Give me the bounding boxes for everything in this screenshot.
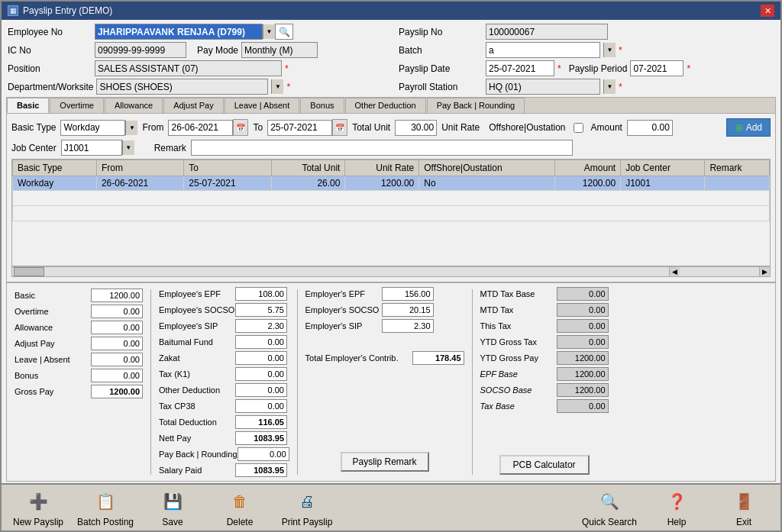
table-row[interactable]: Workday 26-06-2021 25-07-2021 26.00 1200… xyxy=(13,176,770,191)
this-tax-value[interactable] xyxy=(557,319,609,333)
quick-search-icon: 🔍 xyxy=(596,488,623,515)
save-button[interactable]: 💾 Save xyxy=(142,488,203,527)
tab-basic[interactable]: Basic xyxy=(7,98,49,113)
gross-pay-sum-value[interactable] xyxy=(91,385,143,398)
new-payslip-button[interactable]: ➕ New Payslip xyxy=(8,488,69,527)
basic-type-input[interactable] xyxy=(60,120,125,136)
from-date-input[interactable] xyxy=(168,120,233,136)
tab-other-deduction[interactable]: Other Deduction xyxy=(345,98,426,113)
tab-bonus[interactable]: Bonus xyxy=(300,98,344,113)
overtime-sum-value[interactable] xyxy=(91,305,143,318)
help-label: Help xyxy=(667,517,687,527)
payslip-no-label: Payslip No xyxy=(399,27,483,37)
employee-dropdown-arrow[interactable]: ▼ xyxy=(263,24,275,39)
tab-overtime[interactable]: Overtime xyxy=(50,98,104,113)
dept-required: * xyxy=(286,82,290,92)
pay-back-rounding-value[interactable] xyxy=(238,447,289,461)
batch-posting-button[interactable]: 📋 Batch Posting xyxy=(75,488,136,527)
job-center-input[interactable] xyxy=(61,140,122,156)
delete-icon: 🗑 xyxy=(226,488,254,515)
employee-input[interactable] xyxy=(95,24,263,40)
batch-dropdown-arrow[interactable]: ▼ xyxy=(603,43,616,57)
amount-input[interactable] xyxy=(627,120,673,136)
pay-back-rounding-label: Pay Back | Rounding xyxy=(159,450,238,459)
dept-dropdown-arrow[interactable]: ▼ xyxy=(271,79,283,94)
total-unit-input[interactable] xyxy=(395,120,437,136)
employee-search-button[interactable]: 🔍 xyxy=(275,24,293,40)
pay-mode-input[interactable] xyxy=(241,42,318,58)
from-date-button[interactable]: 📅 xyxy=(233,119,248,136)
employer-epf-value[interactable] xyxy=(382,287,434,301)
delete-button[interactable]: 🗑 Delete xyxy=(209,488,270,527)
pcb-calculator-button[interactable]: PCB Calculator xyxy=(499,455,590,475)
bonus-sum-value[interactable] xyxy=(91,369,143,382)
dept-input[interactable] xyxy=(96,79,268,95)
add-button[interactable]: ⊕ Add xyxy=(726,118,771,137)
ytd-gross-pay-value[interactable] xyxy=(557,351,609,365)
employer-sip-value[interactable] xyxy=(382,319,434,333)
mtd-tax-value[interactable] xyxy=(557,303,609,317)
batch-input[interactable] xyxy=(486,42,600,58)
tax-base-value[interactable] xyxy=(557,399,609,413)
ytd-gross-tax-value[interactable] xyxy=(557,335,609,349)
scroll-thumb[interactable] xyxy=(14,267,44,276)
basic-type-arrow[interactable]: ▼ xyxy=(125,121,137,135)
to-date-button[interactable]: 📅 xyxy=(332,119,347,136)
quick-search-button[interactable]: 🔍 Quick Search xyxy=(579,488,640,527)
scroll-right-arrow[interactable]: ▶ xyxy=(759,267,770,276)
payslip-remark-area: Payslip Remark xyxy=(302,403,467,478)
scroll-left-arrow[interactable]: ◀ xyxy=(669,267,680,276)
horizontal-scrollbar[interactable]: ▶ ◀ xyxy=(11,266,771,277)
payslip-no-input[interactable] xyxy=(486,24,608,40)
print-payslip-button[interactable]: 🖨 Print Payslip xyxy=(276,488,338,527)
table-row-empty2 xyxy=(13,206,770,221)
position-input[interactable] xyxy=(95,60,282,76)
baitumal-value[interactable] xyxy=(235,335,287,349)
emp-sip-value[interactable] xyxy=(235,319,287,333)
total-deduction-value[interactable] xyxy=(235,415,287,429)
payslip-period-input[interactable] xyxy=(630,60,683,76)
adjust-pay-sum-value[interactable] xyxy=(91,337,143,350)
total-employer-value[interactable] xyxy=(412,351,464,365)
payslip-no-row: Payslip No xyxy=(399,24,774,40)
socso-base-value[interactable] xyxy=(557,383,609,397)
print-icon: 🖨 xyxy=(293,488,321,515)
close-button[interactable]: ✕ xyxy=(761,5,774,17)
tax-k1-value[interactable] xyxy=(235,367,287,381)
unit-rate-label: Unit Rate xyxy=(441,122,480,133)
cell-unit-rate: 1200.00 xyxy=(345,176,419,191)
epf-base-value[interactable] xyxy=(557,367,609,381)
payslip-remark-button[interactable]: Payslip Remark xyxy=(341,452,429,472)
payslip-date-input[interactable] xyxy=(486,60,554,76)
ytd-gross-tax-label: YTD Gross Tax xyxy=(480,337,557,347)
emp-socso-value[interactable] xyxy=(235,303,287,317)
job-center-arrow[interactable]: ▼ xyxy=(122,140,134,155)
employer-socso-value[interactable] xyxy=(382,303,434,317)
offshore-checkbox[interactable] xyxy=(574,123,583,133)
mtd-tax-label: MTD Tax xyxy=(480,305,557,314)
basic-type-label: Basic Type xyxy=(11,122,56,133)
position-label: Position xyxy=(8,63,92,74)
payroll-station-dropdown-arrow[interactable]: ▼ xyxy=(603,79,616,94)
basic-sum-value[interactable] xyxy=(91,289,143,302)
emp-epf-value[interactable] xyxy=(235,287,287,301)
other-deduction-value[interactable] xyxy=(235,383,287,397)
tab-adjust-pay[interactable]: Adjust Pay xyxy=(163,98,224,113)
payroll-station-input[interactable] xyxy=(486,79,600,95)
help-button[interactable]: ❓ Help xyxy=(646,488,707,527)
exit-button[interactable]: 🚪 Exit xyxy=(713,488,774,527)
nett-pay-value[interactable] xyxy=(235,431,287,445)
ic-no-input[interactable] xyxy=(95,42,186,58)
tax-cp38-value[interactable] xyxy=(235,399,287,413)
tab-leave-absent[interactable]: Leave | Absent xyxy=(225,98,300,113)
leave-absent-sum-value[interactable] xyxy=(91,353,143,366)
allowance-sum-value[interactable] xyxy=(91,321,143,334)
tax-block: MTD Tax Base MTD Tax This Tax YTD Gross … xyxy=(477,286,612,478)
tab-pay-back-rounding[interactable]: Pay Back | Rounding xyxy=(427,98,525,113)
to-date-input[interactable] xyxy=(267,120,332,136)
salary-paid-value[interactable] xyxy=(235,463,287,477)
remark-input[interactable] xyxy=(191,140,573,156)
tab-allowance[interactable]: Allowance xyxy=(105,98,163,113)
mtd-tax-base-value[interactable] xyxy=(557,287,609,301)
zakat-value[interactable] xyxy=(235,351,287,365)
